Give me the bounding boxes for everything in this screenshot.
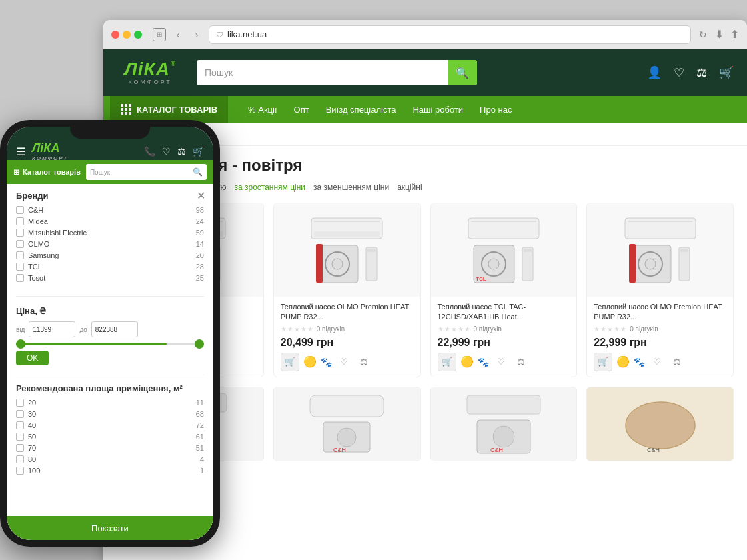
brand-checkbox-samsung[interactable] xyxy=(16,251,24,259)
phone-search-icon[interactable]: 🔍 xyxy=(193,167,203,177)
price-slider-left-handle[interactable] xyxy=(16,339,25,349)
product-info: Тепловий насос TCL TAC-12CHSD/XAB1IHB He… xyxy=(431,297,577,377)
brand-label-ch: C&H xyxy=(28,206,43,214)
brand-checkbox-midea[interactable] xyxy=(16,217,24,225)
share-icon[interactable]: ⬆ xyxy=(730,28,739,41)
product-info: Тепловий насос OLMO Premion HEAT PUMP R3… xyxy=(274,297,420,377)
phone-search-bar[interactable]: Пошук 🔍 xyxy=(86,164,207,180)
area-checkbox-100[interactable] xyxy=(16,467,24,475)
nav-specialist[interactable]: Виїзд спеціаліста xyxy=(326,105,396,115)
area-checkbox-80[interactable] xyxy=(16,455,24,463)
product-card[interactable]: C&H xyxy=(430,387,578,461)
product-card[interactable]: TCL Тепловий насос TCL TAC-12 xyxy=(430,203,578,377)
phone-compare-icon[interactable]: ⚖ xyxy=(177,146,186,157)
catalog-button[interactable]: КАТАЛОГ ТОВАРІВ xyxy=(110,96,228,123)
product-card[interactable]: Тепловий насос OLMO Premion HEAT PUMP R3… xyxy=(586,203,734,377)
filter-item: 30 68 xyxy=(16,410,204,418)
add-to-wishlist-button[interactable]: ♡ xyxy=(649,354,665,370)
price-ok-button[interactable]: OK xyxy=(16,351,49,365)
product-name: Тепловий насос OLMO Premion HEAT PUMP R3… xyxy=(281,302,414,323)
download-icon[interactable]: ⬇ xyxy=(715,28,724,41)
sort-sale[interactable]: акційні xyxy=(397,183,422,192)
account-icon[interactable]: 👤 xyxy=(647,65,662,80)
filter-divider-2 xyxy=(16,375,204,375)
phone-phone-icon[interactable]: 📞 xyxy=(144,146,155,157)
brand-checkbox-tosot[interactable] xyxy=(16,274,24,282)
add-to-wishlist-button[interactable]: ♡ xyxy=(336,354,352,370)
svg-rect-26 xyxy=(524,249,532,252)
price-filter-section: Ціна, ₴ від до OK xyxy=(7,301,213,371)
wishlist-icon[interactable]: ♡ xyxy=(674,65,684,80)
maximize-button[interactable] xyxy=(134,31,142,39)
price-from-input[interactable] xyxy=(29,321,75,337)
site-navigation: КАТАЛОГ ТОВАРІВ % Акції Опт Виїзд спеціа… xyxy=(103,96,747,123)
brand-label-midea: Midea xyxy=(28,217,48,225)
brand-checkbox-ch[interactable] xyxy=(16,206,24,214)
area-checkbox-40[interactable] xyxy=(16,421,24,429)
nav-works[interactable]: Наші роботи xyxy=(412,105,463,115)
cashback-icon: 🟡 xyxy=(616,355,630,368)
forward-button[interactable]: › xyxy=(190,28,203,41)
back-button[interactable]: ‹ xyxy=(171,28,185,41)
phone-cart-icon[interactable]: 🛒 xyxy=(193,146,204,157)
add-to-cart-button[interactable]: 🛒 xyxy=(438,353,456,371)
add-to-compare-button[interactable]: ⚖ xyxy=(513,354,529,370)
area-checkbox-20[interactable] xyxy=(16,399,24,407)
brand-count-tcl: 28 xyxy=(196,263,204,271)
close-button[interactable] xyxy=(111,31,119,39)
site-logo[interactable]: ЛіКА ® КОМФОРТ xyxy=(117,60,183,85)
price-filter-title: Ціна, ₴ xyxy=(16,306,204,316)
product-card[interactable]: C&H xyxy=(586,387,734,461)
price-slider-fill xyxy=(16,343,167,345)
search-input[interactable] xyxy=(197,60,448,85)
svg-text:TCL: TCL xyxy=(476,276,486,282)
hamburger-icon[interactable]: ☰ xyxy=(16,145,25,158)
brand-checkbox-tcl[interactable] xyxy=(16,263,24,271)
nav-about[interactable]: Про нас xyxy=(480,105,512,115)
add-to-cart-button[interactable]: 🛒 xyxy=(281,353,299,371)
show-results-button[interactable]: Показати xyxy=(7,516,213,540)
nav-wholesale[interactable]: Опт xyxy=(294,105,309,115)
cashback-icon: 🟡 xyxy=(460,355,474,368)
phone-wishlist-icon[interactable]: ♡ xyxy=(162,146,171,157)
area-checkbox-30[interactable] xyxy=(16,410,24,418)
add-to-wishlist-button[interactable]: ♡ xyxy=(493,354,509,370)
address-bar[interactable]: 🛡 lika.net.ua xyxy=(209,25,691,44)
product-card[interactable]: C&H xyxy=(273,387,421,461)
area-checkbox-50[interactable] xyxy=(16,433,24,441)
brand-checkbox-olmo[interactable] xyxy=(16,240,24,248)
price-to-input[interactable] xyxy=(91,321,138,337)
product-name: Тепловий насос TCL TAC-12CHSD/XAB1IHB He… xyxy=(438,302,570,323)
svg-text:C&H: C&H xyxy=(333,447,346,453)
reviews-count: 0 відгуків xyxy=(630,325,658,333)
add-to-compare-button[interactable]: ⚖ xyxy=(669,354,685,370)
brand-checkbox-mitsubishi[interactable] xyxy=(16,229,24,237)
area-filter-title: Рекомендована площа приміщення, м² xyxy=(16,383,204,393)
svg-text:C&H: C&H xyxy=(490,447,503,453)
search-bar[interactable]: 🔍 xyxy=(197,60,477,85)
price-slider-right-handle[interactable] xyxy=(195,339,204,349)
product-card[interactable]: Тепловий насос OLMO Premion HEAT PUMP R3… xyxy=(273,203,421,377)
phone-catalog-button[interactable]: ⊞ Каталог товарів xyxy=(13,168,81,177)
browser-toolbar: ⊞ ‹ › 🛡 lika.net.ua ↻ ⬇ ⬆ xyxy=(103,20,747,49)
brand-count-mitsubishi: 59 xyxy=(196,229,204,237)
minimize-button[interactable] xyxy=(123,31,131,39)
search-button[interactable]: 🔍 xyxy=(448,60,477,85)
phone-navigation: ⊞ Каталог товарів Пошук 🔍 xyxy=(7,160,213,184)
reload-button[interactable]: ↻ xyxy=(696,28,710,41)
svg-rect-33 xyxy=(679,247,690,281)
product-name: Тепловий насос OLMO Premion HEAT PUMP R3… xyxy=(594,302,726,323)
filter-item: Samsung 20 xyxy=(16,251,204,259)
cart-icon[interactable]: 🛒 xyxy=(719,65,734,80)
price-from-label: від xyxy=(16,326,25,333)
compare-icon[interactable]: ⚖ xyxy=(696,65,707,80)
filter-close-button[interactable]: ✕ xyxy=(197,189,205,202)
add-to-cart-button[interactable]: 🛒 xyxy=(594,353,612,371)
price-slider[interactable] xyxy=(16,343,204,345)
svg-point-23 xyxy=(488,259,499,269)
area-checkbox-70[interactable] xyxy=(16,444,24,452)
add-to-compare-button[interactable]: ⚖ xyxy=(356,354,372,370)
sort-price-desc[interactable]: за зменшенням ціни xyxy=(313,183,389,192)
nav-sale[interactable]: % Акції xyxy=(248,105,277,115)
tabs-icon[interactable]: ⊞ xyxy=(153,28,166,41)
